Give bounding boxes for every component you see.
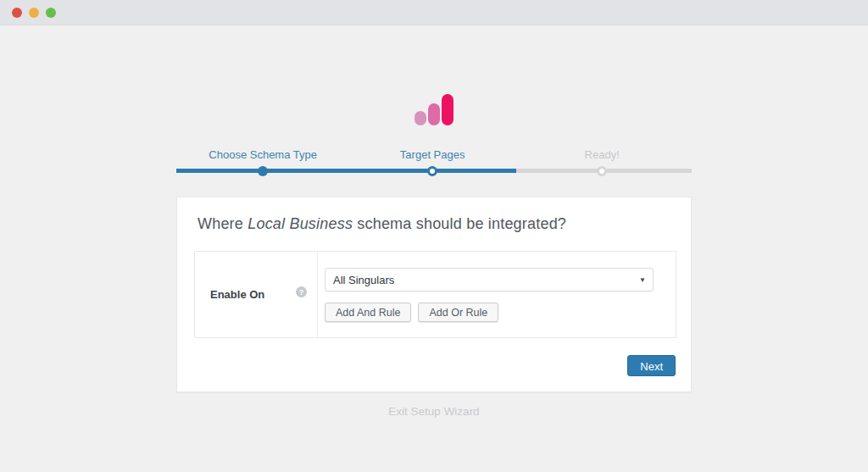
rule-buttons-row: Add And Rule Add Or Rule [325, 303, 654, 322]
add-or-rule-button[interactable]: Add Or Rule [418, 303, 498, 322]
maximize-window-icon[interactable] [46, 8, 56, 18]
help-question-icon[interactable]: ? [296, 286, 307, 297]
step-dot-upcoming [597, 166, 607, 176]
chevron-down-icon: ▼ [639, 276, 646, 284]
enable-on-select-value: All Singulars [333, 274, 394, 286]
wizard-progress: Choose Schema Type Target Pages Ready! [176, 148, 692, 182]
page-title: Where Local Business schema should be in… [198, 215, 676, 233]
enable-on-label: Enable On [210, 288, 264, 301]
progress-fill [176, 169, 516, 173]
browser-window: Choose Schema Type Target Pages Ready! W… [0, 0, 868, 472]
window-titlebar [0, 0, 868, 25]
step-target-pages[interactable]: Target Pages [400, 148, 465, 161]
enable-on-select[interactable]: All Singulars ▼ [325, 268, 654, 292]
exit-setup-wizard-link[interactable]: Exit Setup Wizard [176, 405, 692, 418]
step-dot-completed [258, 166, 268, 176]
card-actions: Next [198, 355, 676, 376]
target-rules-table: Enable On ? All Singulars ▼ Add And Rule… [194, 251, 676, 338]
step-dot-current [427, 166, 437, 176]
wizard-card: Where Local Business schema should be in… [176, 197, 692, 392]
step-choose-schema-type[interactable]: Choose Schema Type [209, 148, 317, 161]
setup-wizard: Choose Schema Type Target Pages Ready! W… [176, 25, 692, 418]
enable-on-field-cell: All Singulars ▼ Add And Rule Add Or Rule [318, 252, 676, 337]
logo-bar-small [415, 111, 426, 125]
close-window-icon[interactable] [12, 8, 22, 18]
schema-pro-logo-icon [415, 94, 453, 125]
logo-bar-large [442, 94, 453, 125]
minimize-window-icon[interactable] [29, 8, 39, 18]
logo-bar-medium [428, 103, 440, 125]
schema-type-name: Local Business [248, 215, 353, 232]
enable-on-label-cell: Enable On ? [195, 252, 318, 337]
step-ready: Ready! [585, 148, 620, 161]
next-button[interactable]: Next [627, 355, 676, 376]
logo-container [176, 25, 692, 125]
add-and-rule-button[interactable]: Add And Rule [325, 303, 411, 322]
